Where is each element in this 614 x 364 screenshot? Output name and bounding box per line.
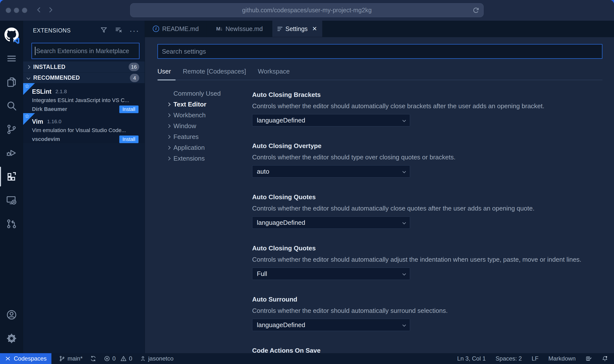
- extension-item-eslint[interactable]: ☆ ESLint 2.1.8 Integrates ESLint JavaScr…: [23, 83, 145, 113]
- extension-version: 1.16.0: [47, 119, 61, 124]
- traffic-lights: [6, 8, 27, 13]
- setting-auto-closing-quotes: Auto Closing Quotes Controls whether the…: [252, 193, 602, 229]
- extensions-button[interactable]: [0, 165, 23, 188]
- scope-tab-user[interactable]: User: [157, 68, 171, 75]
- filter-icon[interactable]: [100, 26, 108, 35]
- tab-settings[interactable]: Settings ✕: [272, 21, 322, 37]
- indent-label: Spaces: 2: [496, 355, 522, 362]
- setting-dropdown[interactable]: languageDefined: [252, 216, 410, 229]
- indentation-status[interactable]: Spaces: 2: [496, 355, 522, 362]
- settings-scope-tabs: User Remote [Codespaces] Workspace: [157, 68, 602, 75]
- search-button[interactable]: [0, 94, 23, 118]
- toc-window[interactable]: Window: [167, 121, 252, 131]
- codespaces-remote-button[interactable]: Codespaces: [0, 353, 51, 364]
- warning-icon: [120, 355, 127, 362]
- setting-dropdown[interactable]: auto: [252, 165, 410, 178]
- address-bar[interactable]: github.com/codespaces/user-my-project-mg…: [130, 3, 484, 17]
- eol-status[interactable]: LF: [532, 355, 538, 362]
- github-codespaces-logo: [0, 23, 23, 47]
- cursor-label: Ln 3, Col 1: [457, 355, 486, 362]
- language-mode-status[interactable]: Markdown: [548, 355, 576, 362]
- toc-extensions[interactable]: Extensions: [167, 153, 252, 164]
- setting-auto-surround: Auto Surround Controls whether the edito…: [252, 295, 602, 331]
- settings-toc: Commonly Used Text Editor Workbench Wind…: [157, 88, 252, 353]
- remote-explorer-button[interactable]: [0, 188, 23, 212]
- tab-newissue[interactable]: M↓ NewIssue.md: [207, 21, 272, 37]
- run-debug-button[interactable]: [0, 141, 23, 165]
- forward-icon[interactable]: [47, 6, 54, 15]
- settings-list-icon: [277, 27, 282, 31]
- maximize-window-button[interactable]: [22, 8, 27, 13]
- source-control-button[interactable]: [0, 118, 23, 141]
- setting-title: Auto Closing Quotes: [252, 244, 602, 252]
- account-button[interactable]: [0, 303, 23, 327]
- sync-status[interactable]: [90, 355, 96, 362]
- remote-explorer-icon: [6, 195, 17, 206]
- sidebar-header: EXTENSIONS ···: [23, 21, 145, 40]
- settings-editor: User Remote [Codespaces] Workspace Commo…: [145, 37, 614, 353]
- dropdown-value: languageDefined: [257, 219, 305, 227]
- gear-icon: [6, 333, 17, 344]
- person-icon: [140, 355, 146, 362]
- extension-item-vim[interactable]: ☆ Vim 1.16.0 Vim emulation for Visual St…: [23, 113, 145, 143]
- section-installed[interactable]: INSTALLED 16: [23, 61, 145, 72]
- section-recommended[interactable]: RECOMMENDED 4: [23, 72, 145, 83]
- extension-version: 2.1.8: [55, 89, 67, 94]
- files-icon: [6, 76, 17, 88]
- notifications-button[interactable]: [602, 355, 608, 362]
- setting-description: Controls whether the editor should autom…: [252, 204, 602, 212]
- install-button[interactable]: Install: [119, 136, 138, 143]
- toc-text-editor[interactable]: Text Editor: [167, 99, 252, 110]
- chevron-down-icon: [402, 323, 406, 327]
- more-actions-icon[interactable]: ···: [129, 28, 139, 33]
- scope-tab-workspace[interactable]: Workspace: [258, 68, 290, 75]
- hamburger-icon: [6, 53, 17, 64]
- pull-request-icon: [6, 218, 17, 229]
- warning-count: 0: [129, 355, 132, 362]
- cursor-position-status[interactable]: Ln 3, Col 1: [457, 355, 486, 362]
- tab-readme[interactable]: i README.md: [145, 21, 207, 37]
- text-cursor: [35, 47, 35, 55]
- notification-dot: [606, 356, 607, 358]
- reload-icon[interactable]: [473, 7, 479, 14]
- chevron-down-icon: [402, 170, 406, 173]
- setting-dropdown[interactable]: languageDefined: [252, 319, 410, 331]
- problems-status[interactable]: 0 0: [104, 355, 132, 362]
- pull-request-button[interactable]: [0, 212, 23, 236]
- scope-divider: [157, 80, 602, 80]
- settings-gear-button[interactable]: [0, 327, 23, 350]
- explorer-button[interactable]: [0, 70, 23, 94]
- eol-label: LF: [532, 355, 538, 362]
- clear-search-results-icon[interactable]: [115, 26, 123, 35]
- chevron-right-icon: [167, 113, 171, 117]
- git-branch-icon: [6, 124, 17, 135]
- toc-commonly-used[interactable]: Commonly Used: [167, 88, 252, 99]
- extension-list: ☆ ESLint 2.1.8 Integrates ESLint JavaScr…: [23, 83, 145, 143]
- toc-workbench[interactable]: Workbench: [167, 110, 252, 121]
- settings-search-input[interactable]: [157, 44, 602, 59]
- star-icon: ☆: [25, 84, 30, 89]
- remote-icon: [5, 356, 11, 362]
- install-button[interactable]: Install: [119, 106, 138, 113]
- scope-tab-remote[interactable]: Remote [Codespaces]: [183, 68, 246, 75]
- close-window-button[interactable]: [6, 8, 11, 13]
- setting-title: Auto Closing Brackets: [252, 91, 602, 99]
- toc-features[interactable]: Features: [167, 131, 252, 142]
- user-status[interactable]: jasonetco: [140, 355, 174, 362]
- setting-description: Controls whether the editor should autom…: [252, 102, 602, 110]
- chevron-down-icon: [402, 119, 406, 122]
- setting-dropdown[interactable]: languageDefined: [252, 114, 410, 126]
- close-icon[interactable]: ✕: [312, 25, 317, 32]
- back-icon[interactable]: [35, 6, 43, 15]
- extensions-search-input[interactable]: Search Extensions in Marketplace: [31, 43, 139, 59]
- minimize-window-button[interactable]: [14, 8, 19, 13]
- setting-dropdown[interactable]: Full: [252, 268, 410, 280]
- account-icon: [6, 309, 17, 320]
- dropdown-value: languageDefined: [257, 117, 305, 124]
- feedback-button[interactable]: [585, 355, 592, 362]
- toc-application[interactable]: Application: [167, 142, 252, 153]
- menu-button[interactable]: [0, 47, 23, 70]
- section-label: INSTALLED: [33, 64, 65, 70]
- chevron-down-icon: [27, 76, 31, 80]
- branch-status[interactable]: main*: [59, 355, 82, 362]
